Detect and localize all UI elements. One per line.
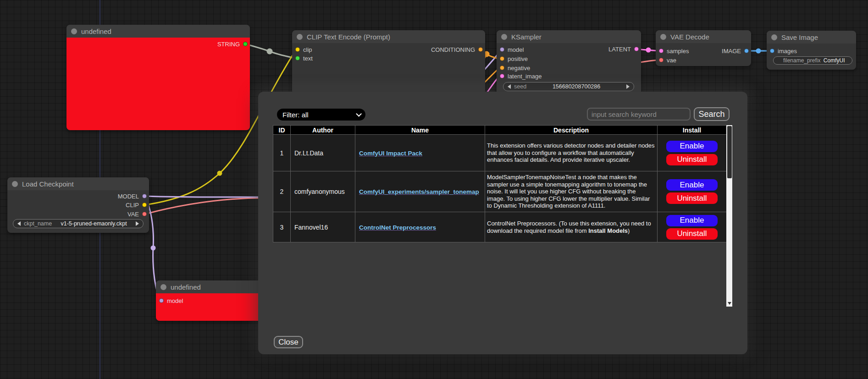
- output-slot-clip[interactable]: CLIP: [126, 202, 147, 208]
- ext-id: 1: [273, 135, 291, 171]
- enable-button[interactable]: Enable: [666, 179, 718, 191]
- conditioning-slot-icon[interactable]: [500, 56, 504, 61]
- clip-slot-icon[interactable]: [295, 47, 300, 52]
- extension-table-area: ID Author Name Description Install 1 Dr.…: [273, 125, 732, 307]
- collapse-dot-icon[interactable]: [297, 34, 303, 40]
- seed-widget[interactable]: seed 156680208700286: [503, 82, 634, 91]
- increment-arrow-icon[interactable]: [136, 221, 139, 226]
- image-slot-icon[interactable]: [744, 49, 749, 53]
- extension-manager-dialog: Filter: all Search ID Author Name Descri…: [258, 92, 747, 354]
- ckpt-name-widget[interactable]: ckpt_name v1-5-pruned-emaonly.ckpt: [13, 219, 144, 228]
- input-slot-positive[interactable]: positive: [500, 55, 528, 62]
- input-slot-latent-image[interactable]: latent_image: [500, 73, 542, 79]
- image-slot-icon[interactable]: [770, 49, 774, 53]
- node-canvas[interactable]: undefined STRING CLIP Text Encode (Promp…: [0, 0, 868, 379]
- search-button[interactable]: Search: [694, 107, 730, 121]
- model-slot-icon[interactable]: [142, 194, 147, 198]
- conditioning-slot-icon[interactable]: [478, 47, 483, 52]
- vae-slot-icon[interactable]: [142, 212, 147, 216]
- ext-description: ControlNet Preprocessors. (To use this e…: [485, 212, 658, 242]
- vae-slot-icon[interactable]: [659, 58, 663, 62]
- extension-link[interactable]: ComfyUI Impact Pack: [359, 150, 422, 157]
- string-slot-icon[interactable]: [243, 42, 248, 46]
- decrement-arrow-icon[interactable]: [508, 84, 511, 89]
- conditioning-slot-icon[interactable]: [500, 66, 504, 70]
- ext-id: 2: [273, 171, 291, 212]
- input-slot-vae[interactable]: vae: [659, 57, 676, 63]
- node-title-bar[interactable]: Load Checkpoint: [7, 177, 149, 190]
- ext-description: This extension offers various detector n…: [485, 135, 658, 171]
- collapse-dot-icon[interactable]: [71, 28, 77, 34]
- input-slot-text[interactable]: text: [295, 55, 313, 61]
- search-input[interactable]: [587, 108, 691, 121]
- table-row: 2 comfyanonymous ComfyUI_experiments/sam…: [273, 171, 727, 212]
- ext-author: Fannovel16: [291, 212, 355, 242]
- node-title: Save Image: [781, 33, 818, 41]
- extension-link[interactable]: ComfyUI_experiments/sampler_tonemap: [359, 188, 479, 195]
- latent-slot-icon[interactable]: [659, 49, 663, 53]
- node-vae-decode[interactable]: VAE Decode samples vae IMAGE: [656, 30, 751, 66]
- node-title: KSampler: [511, 33, 542, 41]
- uninstall-button[interactable]: Uninstall: [666, 192, 718, 204]
- collapse-dot-icon[interactable]: [771, 34, 777, 40]
- increment-arrow-icon[interactable]: [626, 84, 630, 89]
- collapse-dot-icon[interactable]: [160, 284, 166, 290]
- ext-description: ModelSamplerTonemapNoiseTest a node that…: [485, 171, 658, 212]
- output-slot-latent[interactable]: LATENT: [608, 46, 639, 52]
- table-row: 1 Dr.Lt.Data ComfyUI Impact Pack This ex…: [273, 135, 727, 171]
- input-slot-model[interactable]: model: [500, 46, 524, 53]
- ext-author: Dr.Lt.Data: [291, 135, 355, 171]
- node-title-bar[interactable]: CLIP Text Encode (Prompt): [292, 30, 485, 43]
- uninstall-button[interactable]: Uninstall: [666, 228, 718, 240]
- table-header-row: ID Author Name Description Install: [273, 126, 727, 135]
- node-ksampler[interactable]: KSampler model positive negative latent_…: [497, 30, 641, 97]
- node-title-bar[interactable]: undefined: [66, 25, 250, 38]
- node-save-image[interactable]: Save Image images filename_prefix ComfyU…: [767, 31, 856, 70]
- uninstall-button[interactable]: Uninstall: [666, 154, 718, 165]
- text-slot-icon[interactable]: [295, 56, 300, 60]
- decrement-arrow-icon[interactable]: [17, 221, 21, 226]
- enable-button[interactable]: Enable: [666, 141, 718, 152]
- scrollbar-down-arrow-icon[interactable]: [728, 302, 731, 305]
- input-slot-negative[interactable]: negative: [500, 65, 530, 71]
- output-slot-string[interactable]: STRING: [217, 41, 248, 47]
- node-title: undefined: [81, 27, 111, 35]
- node-title: Load Checkpoint: [22, 180, 74, 188]
- scrollbar[interactable]: [726, 125, 732, 307]
- model-slot-icon[interactable]: [159, 298, 164, 303]
- filename-prefix-widget[interactable]: filename_prefix ComfyUI: [773, 56, 852, 65]
- ext-author: comfyanonymous: [291, 171, 355, 212]
- node-title-bar[interactable]: Save Image: [767, 31, 856, 44]
- clip-slot-icon[interactable]: [142, 203, 147, 207]
- chevron-down-icon: [356, 111, 362, 117]
- latent-slot-icon[interactable]: [634, 47, 639, 51]
- input-slot-model[interactable]: model: [159, 297, 183, 304]
- node-title: undefined: [171, 283, 201, 291]
- collapse-dot-icon[interactable]: [12, 181, 18, 187]
- filter-dropdown[interactable]: Filter: all: [277, 109, 365, 121]
- model-slot-icon[interactable]: [500, 47, 504, 52]
- node-title-bar[interactable]: VAE Decode: [656, 30, 751, 43]
- node-title-bar[interactable]: KSampler: [497, 30, 641, 43]
- node-load-checkpoint[interactable]: Load Checkpoint MODEL CLIP VAE ckpt_name…: [7, 177, 149, 233]
- output-slot-image[interactable]: IMAGE: [722, 48, 749, 54]
- input-slot-samples[interactable]: samples: [659, 48, 689, 54]
- collapse-dot-icon[interactable]: [660, 34, 666, 40]
- close-button[interactable]: Close: [274, 336, 303, 348]
- node-clip-text-encode[interactable]: CLIP Text Encode (Prompt) clip text COND…: [292, 30, 485, 94]
- table-row: 3 Fannovel16 ControlNet Preprocessors Co…: [273, 212, 727, 242]
- output-slot-vae[interactable]: VAE: [127, 211, 147, 217]
- latent-slot-icon[interactable]: [500, 74, 504, 78]
- scrollbar-thumb[interactable]: [727, 126, 732, 178]
- input-slot-clip[interactable]: clip: [295, 46, 312, 53]
- collapse-dot-icon[interactable]: [501, 34, 507, 40]
- output-slot-model[interactable]: MODEL: [118, 193, 147, 199]
- enable-button[interactable]: Enable: [666, 215, 718, 226]
- node-undefined-top[interactable]: undefined STRING: [66, 25, 250, 130]
- node-body-error: [66, 38, 250, 130]
- extension-link[interactable]: ControlNet Preprocessors: [359, 224, 436, 231]
- node-title: CLIP Text Encode (Prompt): [307, 33, 390, 41]
- extension-table: ID Author Name Description Install 1 Dr.…: [273, 125, 727, 242]
- output-slot-conditioning[interactable]: CONDITIONING: [431, 46, 483, 53]
- input-slot-images[interactable]: images: [770, 48, 797, 54]
